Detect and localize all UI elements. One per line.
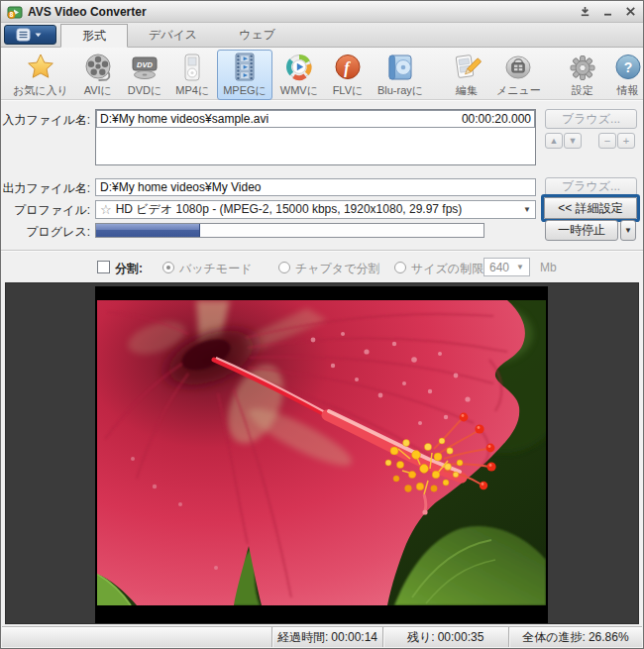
remove-file-button[interactable]: −: [598, 133, 616, 149]
tab-format[interactable]: 形式: [60, 24, 128, 48]
help-icon: ?: [612, 52, 644, 83]
elapsed-label: 経過時間:: [277, 629, 328, 646]
star-icon: [25, 52, 56, 83]
status-bar: 経過時間: 00:00:14 残り: 00:00:35 全体の進捗: 26.86…: [2, 626, 642, 647]
tab-devices[interactable]: デバイス: [128, 24, 218, 48]
status-elapsed: 経過時間: 00:00:14: [271, 627, 381, 647]
radio-split-by-chapters-label: チャプタで分割: [295, 261, 379, 277]
toolbar-item-label: FLVに: [333, 83, 364, 98]
toolbar-item-to-mp4[interactable]: MP4に: [169, 50, 215, 100]
output-path-field[interactable]: D:¥My home videos¥My Video: [95, 178, 536, 196]
elapsed-value: 00:00:14: [331, 630, 377, 644]
toolbar-item-to-mpeg[interactable]: MPEGに: [217, 50, 272, 100]
profile-star-icon: ☆: [100, 202, 112, 217]
advanced-settings-button[interactable]: << 詳細設定: [544, 197, 637, 219]
add-file-button[interactable]: +: [617, 133, 635, 149]
toolbar-item-label: お気に入り: [13, 83, 68, 98]
video-frame-hibiscus: [97, 300, 546, 605]
overall-progress-label: 全体の進捗:: [522, 629, 586, 646]
film-reel-icon: [82, 52, 114, 83]
input-file-path: D:¥My home videos¥sample.avi: [100, 112, 454, 126]
input-file-list[interactable]: D:¥My home videos¥sample.avi 00:00:20.00…: [95, 109, 536, 165]
toolbar-item-to-avi[interactable]: AVIに: [76, 50, 120, 100]
profile-label: プロファイル:: [1, 202, 90, 219]
input-file-duration: 00:00:20.000: [462, 112, 531, 126]
toolbar-item-to-dvd[interactable]: DVD DVDに: [122, 50, 167, 100]
close-icon[interactable]: [624, 6, 637, 17]
app-logo-icon: 8: [7, 4, 23, 20]
toolbar-item-to-flv[interactable]: f FLVに: [326, 50, 370, 100]
size-limit-value: 640: [489, 261, 509, 274]
toolbar-item-menu[interactable]: メニュー: [490, 50, 547, 100]
radio-split-by-chapters[interactable]: [278, 262, 290, 273]
toolbar-item-to-bluray[interactable]: Blu-rayに: [372, 50, 429, 100]
disc-menu-icon: [502, 52, 534, 83]
toolbar-item-label: 情報: [617, 83, 639, 98]
flash-icon: f: [332, 52, 364, 83]
progress-label: プログレス:: [1, 224, 90, 241]
split-options-row: 分割: バッチモード チャプタで分割 サイズの制限 640 ▼ Mb: [1, 251, 643, 282]
status-remaining: 残り: 00:00:35: [382, 627, 508, 647]
input-browse-button[interactable]: ブラウズ...: [545, 109, 637, 129]
minimize-icon[interactable]: [601, 6, 614, 17]
size-dropdown-arrow-icon: ▼: [516, 263, 524, 271]
split-checkbox[interactable]: [97, 261, 110, 273]
toolbar-item-to-wmv[interactable]: WMVに: [274, 50, 324, 100]
status-overall-progress: 全体の進捗: 26.86%: [508, 627, 642, 647]
radio-batch-mode-label: バッチモード: [179, 261, 252, 277]
remaining-value: 00:00:35: [438, 630, 484, 644]
toolbar-item-label: DVDに: [128, 83, 161, 98]
pause-button[interactable]: 一時停止: [545, 220, 618, 241]
main-menu-button[interactable]: [4, 25, 56, 45]
status-spacer: [2, 627, 271, 647]
radio-size-limit[interactable]: [394, 262, 406, 273]
film-strip-icon: [229, 52, 261, 83]
blu-ray-icon: [384, 52, 416, 83]
toolbar-item-edit[interactable]: 編集: [445, 50, 488, 100]
toolbar-item-settings[interactable]: 設定: [561, 50, 604, 100]
radio-batch-mode[interactable]: [162, 262, 174, 273]
window-title: AVS Video Converter: [28, 5, 147, 19]
toolbar: お気に入り AVIに DVD DVDに: [1, 48, 643, 100]
svg-text:8: 8: [10, 11, 14, 18]
input-file-entry[interactable]: D:¥My home videos¥sample.avi 00:00:20.00…: [96, 110, 535, 128]
toolbar-item-info[interactable]: ? 情報: [606, 50, 644, 100]
toolbar-item-label: MPEGに: [223, 83, 267, 98]
move-down-button[interactable]: ▼: [564, 133, 582, 149]
svg-text:DVD: DVD: [137, 60, 153, 69]
toolbar-item-label: Blu-rayに: [377, 83, 423, 98]
radio-size-limit-label: サイズの制限: [411, 261, 483, 277]
output-browse-button[interactable]: ブラウズ...: [545, 177, 637, 196]
profile-value: HD ビデオ 1080p - (MPEG-2, 15000 kbps, 1920…: [116, 201, 463, 218]
size-limit-combobox[interactable]: 640 ▼: [483, 258, 530, 276]
app-window: 8 AVS Video Converter 形式 デバイス ウェブ: [0, 0, 644, 649]
minimize-to-tray-icon[interactable]: [579, 6, 591, 17]
toolbar-item-label: メニュー: [496, 83, 541, 98]
edit-icon: [451, 52, 483, 83]
conversion-form: 入力ファイル名: D:¥My home videos¥sample.avi 00…: [1, 100, 643, 251]
move-up-button[interactable]: ▲: [545, 133, 563, 149]
toolbar-item-favorites[interactable]: お気に入り: [7, 50, 74, 100]
tab-web[interactable]: ウェブ: [218, 24, 296, 48]
profile-combobox[interactable]: ☆ HD ビデオ 1080p - (MPEG-2, 15000 kbps, 19…: [95, 200, 536, 219]
video-viewport: [95, 286, 548, 623]
remaining-label: 残り:: [407, 629, 435, 646]
portable-player-icon: [176, 52, 208, 83]
toolbar-item-label: 編集: [456, 83, 478, 98]
toolbar-item-label: AVIに: [84, 83, 112, 98]
dvd-disc-icon: DVD: [129, 52, 161, 83]
output-file-label: 出力ファイル名:: [1, 180, 90, 197]
pause-dropdown-arrow-icon[interactable]: ▼: [620, 220, 636, 241]
toolbar-item-label: 設定: [572, 83, 593, 98]
size-unit-label: Mb: [540, 261, 557, 274]
svg-text:?: ?: [624, 59, 633, 75]
progress-bar: [95, 223, 484, 238]
profile-dropdown-arrow-icon[interactable]: ▼: [523, 205, 531, 214]
title-bar: 8 AVS Video Converter: [1, 1, 643, 23]
gear-icon: [567, 52, 598, 83]
main-menu-icon: [16, 28, 46, 42]
toolbar-item-label: WMVに: [280, 83, 318, 98]
play-wheel-icon: [283, 52, 315, 83]
input-file-label: 入力ファイル名:: [1, 112, 90, 129]
main-tab-bar: 形式 デバイス ウェブ: [1, 23, 643, 48]
